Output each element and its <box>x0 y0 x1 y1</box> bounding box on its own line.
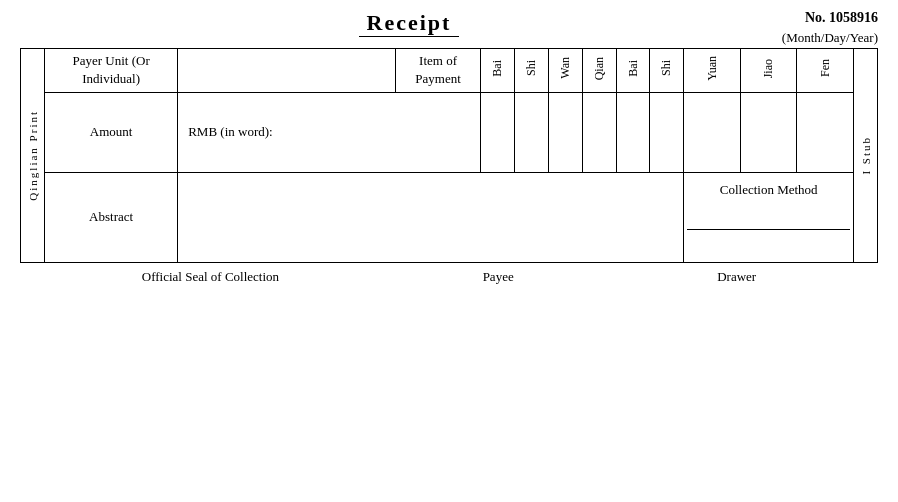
qian-col: Qian <box>582 49 616 93</box>
stub-text: I Stub <box>860 136 872 175</box>
qinglian-stub: Qinglian Print <box>20 48 44 263</box>
payee-label: Payee <box>483 269 514 285</box>
item-label: Item of Payment <box>396 49 481 93</box>
date-format: (Month/Day/Year) <box>718 30 878 46</box>
abstract-label: Abstract <box>45 172 178 262</box>
yuan-val <box>684 92 741 172</box>
rmb-label: RMB (in word): <box>178 92 481 172</box>
collection-method: Collection Method <box>684 172 854 262</box>
shi-val-1 <box>514 92 548 172</box>
receipt-number: No. 1058916 <box>718 10 878 26</box>
shi-col-1: Shi <box>514 49 548 93</box>
bai-val-1 <box>480 92 514 172</box>
bai-col-2: Bai <box>616 49 650 93</box>
qian-val <box>582 92 616 172</box>
fen-val <box>797 92 854 172</box>
jiao-val <box>740 92 797 172</box>
shi-col-2: Shi <box>650 49 684 93</box>
amount-label: Amount <box>45 92 178 172</box>
receipt-title: Receipt <box>367 10 452 35</box>
bai-val-2 <box>616 92 650 172</box>
yuan-col: Yuan <box>684 49 741 93</box>
wan-col: Wan <box>548 49 582 93</box>
drawer-label: Drawer <box>717 269 756 285</box>
qinglian-text: Qinglian Print <box>27 110 39 201</box>
wan-val <box>548 92 582 172</box>
jiao-col: Jiao <box>740 49 797 93</box>
payer-label: Payer Unit (Or Individual) <box>45 49 178 93</box>
seal-label: Official Seal of Collection <box>142 269 279 285</box>
payer-value <box>178 49 396 93</box>
fen-col: Fen <box>797 49 854 93</box>
i-stub: I Stub <box>854 48 878 263</box>
abstract-value <box>178 172 684 262</box>
bai-col-1: Bai <box>480 49 514 93</box>
shi-val-2 <box>650 92 684 172</box>
